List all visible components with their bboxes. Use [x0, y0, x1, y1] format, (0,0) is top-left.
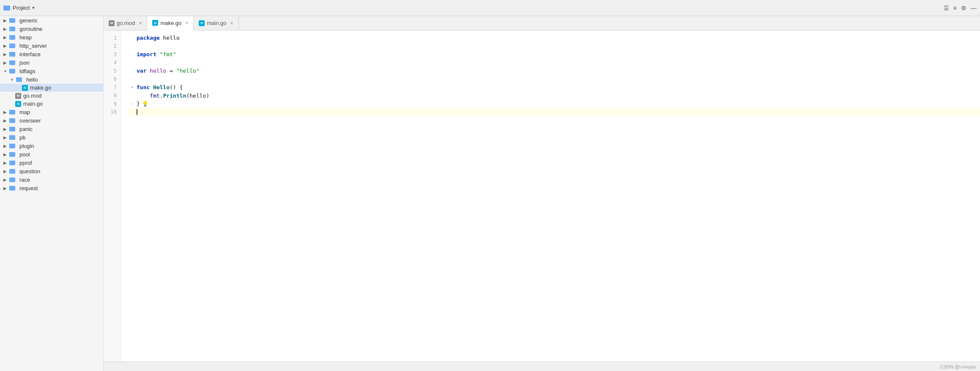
folder-icon — [9, 135, 15, 140]
code-line: import "fmt" — [128, 50, 980, 59]
status-bar: CSDN @i-neojos — [104, 362, 980, 371]
chevron-icon: ▶ — [2, 17, 8, 24]
folder-icon — [9, 186, 15, 191]
minimize-icon[interactable]: — — [971, 5, 977, 11]
folder-icon — [9, 18, 15, 23]
folder-icon — [16, 77, 22, 82]
fold-gutter[interactable]: ◽ — [128, 101, 137, 106]
tree-item-label: generic — [19, 17, 38, 24]
tree-item-label: main.go — [23, 101, 43, 107]
tree-item-pool[interactable]: ▶pool — [0, 150, 103, 158]
code-content[interactable]: package hello import "fmt" var hello = "… — [121, 30, 980, 362]
code-line: ▾func Hello() { — [128, 83, 980, 92]
file-tree[interactable]: ▶generic▶goroutine▶heap▶http_server▶inte… — [0, 16, 104, 371]
tab-close-button[interactable]: × — [185, 20, 188, 26]
tab-label: main.go — [207, 20, 226, 26]
code-token: = — [166, 67, 176, 75]
tab-label: go.mod — [117, 20, 135, 26]
chevron-icon: ▶ — [2, 42, 8, 49]
tree-item-label: request — [19, 185, 38, 191]
tree-item-label: panic — [19, 126, 33, 132]
tree-item-label: make.go — [30, 85, 51, 91]
tree-item-pb[interactable]: ▶pb — [0, 133, 103, 142]
tree-item-question[interactable]: ▶question — [0, 167, 103, 175]
code-line — [128, 108, 980, 117]
folder-icon — [9, 52, 15, 57]
code-token: package — [137, 34, 160, 42]
tab-close-button[interactable]: × — [139, 20, 142, 26]
folder-icon — [9, 161, 15, 165]
tree-item-label: goroutine — [19, 26, 42, 32]
lightbulb-icon[interactable]: 💡 — [142, 100, 148, 108]
tab-label: make.go — [160, 20, 181, 26]
line-number: 10 — [104, 108, 121, 117]
tree-item-generic[interactable]: ▶generic — [0, 16, 103, 25]
code-token: import — [137, 50, 156, 59]
code-editor[interactable]: 12345678910 package hello import "fmt" v… — [104, 30, 980, 362]
tree-item-label: overseer — [19, 117, 41, 124]
main-layout: ▶generic▶goroutine▶heap▶http_server▶inte… — [0, 16, 980, 371]
tab-go.mod[interactable]: Mgo.mod× — [104, 16, 147, 30]
collapse-all-icon[interactable]: ☰ — [944, 5, 949, 11]
tab-main.go[interactable]: Gmain.go× — [194, 16, 238, 30]
chevron-icon: ▶ — [2, 159, 8, 166]
tree-item-go.mod[interactable]: Mgo.mod — [0, 92, 103, 100]
go-file-icon: G — [22, 85, 28, 91]
folder-icon — [9, 118, 15, 123]
code-token: fmt — [150, 92, 159, 100]
folder-icon — [9, 169, 15, 174]
expand-all-icon[interactable]: ≡ — [953, 5, 957, 11]
go-file-icon: G — [152, 20, 158, 26]
fold-gutter[interactable]: ▾ — [128, 84, 137, 91]
tree-item-pprof[interactable]: ▶pprof — [0, 158, 103, 167]
tree-item-ldflags[interactable]: ▾ldflags — [0, 67, 103, 75]
folder-icon — [9, 144, 15, 148]
tree-item-label: pb — [19, 134, 25, 141]
tree-item-goroutine[interactable]: ▶goroutine — [0, 25, 103, 33]
folder-icon — [9, 35, 15, 40]
folder-icon — [9, 44, 15, 48]
chevron-icon: ▶ — [2, 25, 8, 32]
code-line: package hello — [128, 34, 980, 42]
title-bar: Project ▾ ☰ ≡ ⚙ — — [0, 0, 980, 16]
line-number: 2 — [104, 42, 121, 51]
tree-item-label: go.mod — [23, 93, 41, 99]
tree-item-interface[interactable]: ▶interface — [0, 50, 103, 58]
code-token: "hello" — [176, 67, 200, 75]
tree-item-overseer[interactable]: ▶overseer — [0, 116, 103, 125]
code-token: Println — [163, 92, 186, 100]
code-token — [137, 92, 150, 100]
tree-item-label: ldflags — [19, 68, 36, 74]
line-number: 5 — [104, 67, 121, 75]
tree-item-plugin[interactable]: ▶plugin — [0, 142, 103, 150]
tree-item-make.go[interactable]: Gmake.go — [0, 84, 103, 92]
chevron-icon: ▾ — [2, 68, 8, 74]
tree-item-map[interactable]: ▶map — [0, 108, 103, 116]
chevron-down-icon[interactable]: ▾ — [32, 5, 35, 11]
tree-item-request[interactable]: ▶request — [0, 184, 103, 192]
folder-icon — [9, 27, 15, 31]
tree-item-main.go[interactable]: Gmain.go — [0, 100, 103, 108]
tab-close-button[interactable]: × — [230, 20, 233, 26]
project-label[interactable]: Project ▾ — [3, 5, 35, 11]
chevron-icon: ▶ — [2, 151, 8, 158]
tree-item-panic[interactable]: ▶panic — [0, 125, 103, 133]
code-token: var — [137, 67, 146, 75]
chevron-icon: ▶ — [2, 125, 8, 132]
code-line: fmt.Println(hello) — [128, 92, 980, 100]
tree-item-json[interactable]: ▶json — [0, 58, 103, 67]
tab-make.go[interactable]: Gmake.go× — [147, 16, 194, 30]
settings-icon[interactable]: ⚙ — [961, 5, 966, 11]
chevron-icon: ▶ — [2, 109, 8, 115]
code-token: } — [137, 100, 140, 108]
go-file-icon: G — [15, 101, 21, 107]
tree-item-label: json — [19, 60, 30, 66]
folder-icon — [9, 177, 15, 182]
tree-item-hello[interactable]: ▾hello — [0, 75, 103, 84]
code-token — [146, 67, 150, 75]
tree-item-http_server[interactable]: ▶http_server — [0, 41, 103, 50]
tree-item-heap[interactable]: ▶heap — [0, 33, 103, 41]
tab-bar: Mgo.mod×Gmake.go×Gmain.go× — [104, 16, 980, 30]
line-numbers: 12345678910 — [104, 30, 121, 362]
tree-item-race[interactable]: ▶race — [0, 175, 103, 184]
